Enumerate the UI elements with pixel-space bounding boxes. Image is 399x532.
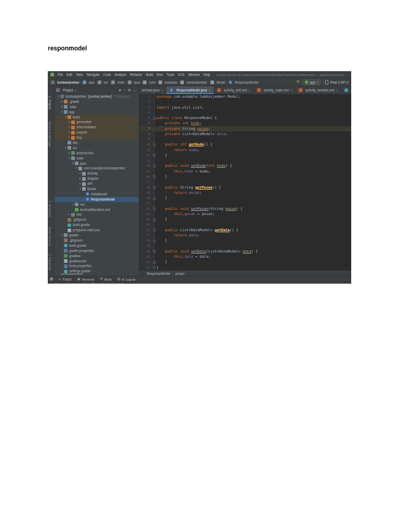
fold-marker-icon[interactable] xyxy=(152,163,156,168)
tree-arrow-open-icon[interactable]: ▾ xyxy=(64,115,68,120)
code-line-27[interactable]: 27 return data; xyxy=(139,233,351,238)
tree-row-gradle-properties[interactable]: gradle.properties xyxy=(55,248,139,254)
fold-marker-icon[interactable] xyxy=(152,265,156,270)
code-line-31[interactable]: 31 this.data = data; xyxy=(139,254,351,259)
tool-window-button-resource-manager[interactable]: Resource Manager xyxy=(48,121,51,148)
fold-marker-icon[interactable] xyxy=(152,238,156,243)
tool-window-button-7-structure[interactable]: 7: Structure xyxy=(48,201,51,217)
tree-row-res[interactable]: ▸res xyxy=(55,202,139,207)
tree-row-responsemodel[interactable]: ResponseModel xyxy=(55,197,139,202)
tree-row-activity[interactable]: ▸Activity xyxy=(55,171,139,176)
code-line-8[interactable]: 8 private List<DataModel> data; xyxy=(139,131,351,137)
code-line-19[interactable]: 19 return pesan; xyxy=(139,190,351,195)
breadcrumb-item[interactable]: java xyxy=(128,81,140,84)
menu-item-file[interactable]: File xyxy=(58,73,63,76)
breadcrumb-item[interactable]: app xyxy=(83,81,95,84)
tree-arrow-open-icon[interactable]: ▾ xyxy=(57,94,60,99)
tree-row-tmp[interactable]: ▸tmp xyxy=(55,135,139,140)
tree-arrow-closed-icon[interactable]: ▸ xyxy=(71,202,75,207)
tree-row--idea[interactable]: ▸.idea xyxy=(55,104,139,110)
code-line-25[interactable]: 25 xyxy=(139,222,351,227)
menu-item-vcs[interactable]: VCS xyxy=(178,73,184,76)
tool-window-button-2-favorites[interactable]: 2: Favorites xyxy=(48,254,51,271)
tree-row-model[interactable]: ▾Model xyxy=(55,187,139,192)
fold-marker-icon[interactable] xyxy=(152,228,156,233)
tree-arrow-open-icon[interactable]: ▾ xyxy=(68,156,71,161)
breadcrumb-item[interactable]: src xyxy=(98,81,108,84)
tree-arrow-closed-icon[interactable]: ▸ xyxy=(68,135,71,140)
fold-marker-icon[interactable] xyxy=(152,185,156,190)
breadcrumb-item[interactable]: tumbasjember xyxy=(51,81,79,84)
tab-close-icon[interactable]: × xyxy=(248,89,250,92)
breadcrumb-item[interactable]: main xyxy=(111,81,125,84)
code-line-7[interactable]: 7 private String pesan; xyxy=(139,126,351,131)
tree-arrow-open-icon[interactable]: ▾ xyxy=(60,110,64,115)
tree-row-gradlew-bat[interactable]: gradlew.bat xyxy=(55,259,139,264)
fold-marker-icon[interactable] xyxy=(152,195,156,201)
tree-row-tumbasjember[interactable]: ▾tumbasjember[tumbas jember]C:\Users\O xyxy=(55,94,139,99)
fold-marker-icon[interactable] xyxy=(152,153,156,158)
tree-row--gradle[interactable]: ▸.gradle xyxy=(55,99,139,104)
code-line-22[interactable]: 22 public void setPesan(String pesan) { xyxy=(139,206,351,211)
menu-item-build[interactable]: Build xyxy=(146,73,153,76)
tree-row-src[interactable]: ▾src xyxy=(55,145,139,151)
code-line-17[interactable]: 17 xyxy=(139,179,351,184)
code-line-14[interactable]: 14 public void setKode(int kode) { xyxy=(139,163,351,168)
breadcrumb-item[interactable]: Model xyxy=(210,81,225,84)
build-hammer-icon[interactable]: ⚒ xyxy=(296,80,300,84)
code-line-3[interactable]: 3import java.util.List; xyxy=(139,105,351,110)
fold-marker-icon[interactable] xyxy=(152,259,156,264)
locate-file-icon[interactable]: ⊕ xyxy=(118,88,122,92)
tab-close-icon[interactable]: × xyxy=(336,89,338,92)
settings-gear-icon[interactable]: ⚙ xyxy=(128,88,131,92)
breadcrumb-item[interactable]: example xyxy=(158,81,177,84)
tree-row-adapter[interactable]: ▸Adapter xyxy=(55,176,139,181)
breadcrumb-item[interactable]: com xyxy=(143,81,155,84)
tree-row-androidtest[interactable]: ▸androidTest xyxy=(55,151,139,156)
fold-marker-icon[interactable] xyxy=(152,206,156,211)
tree-arrow-open-icon[interactable]: ▾ xyxy=(75,166,78,171)
code-line-29[interactable]: 29 xyxy=(139,243,351,248)
tree-arrow-closed-icon[interactable]: ▸ xyxy=(60,104,64,110)
code-line-15[interactable]: 15 this.kode = kode; xyxy=(139,169,351,174)
tree-arrow-closed-icon[interactable]: ▸ xyxy=(68,212,71,217)
code-line-4[interactable]: 4 xyxy=(139,110,351,115)
menu-item-window[interactable]: Window xyxy=(188,73,200,76)
tree-row-intermediates[interactable]: ▸intermediates xyxy=(55,125,139,130)
tree-arrow-closed-icon[interactable]: ▸ xyxy=(78,171,82,176)
code-line-18[interactable]: 18 public String getPesan() { xyxy=(139,185,351,190)
tool-window-button-1-project[interactable]: 1: Project xyxy=(48,96,51,110)
tree-row-androidmanifest-xml[interactable]: AndroidManifest.xml xyxy=(55,207,139,212)
code-line-23[interactable]: 23 this.pesan = pesan; xyxy=(139,211,351,217)
tree-arrow-closed-icon[interactable]: ▸ xyxy=(78,181,82,187)
fold-marker-icon[interactable] xyxy=(152,174,156,179)
code-line-5[interactable]: 5public class ResponseModel { xyxy=(139,115,351,121)
code-line-30[interactable]: 30 public void setData(List<DataModel> d… xyxy=(139,249,351,254)
fold-marker-icon[interactable] xyxy=(152,115,156,121)
tree-row-build[interactable]: ▾build xyxy=(55,115,139,120)
project-panel-header[interactable]: Project ▾ ⊕÷⚙― xyxy=(55,86,139,94)
tree-row-datamodel[interactable]: DataModel xyxy=(55,192,139,197)
tree-row-test[interactable]: ▸test xyxy=(55,212,139,217)
tree-row-gradle[interactable]: ▸gradle xyxy=(55,233,139,238)
tool-window-button-todo[interactable]: ≡TODO xyxy=(59,277,72,281)
editor-breadcrumb-item[interactable]: pesan xyxy=(176,272,184,275)
tree-row-com-example-tumbasjember[interactable]: ▾com.example.tumbasjember xyxy=(55,166,139,171)
editor-tab-activity-main-xml[interactable]: activity_main.xml× xyxy=(254,86,296,94)
tree-row-build-gradle[interactable]: build.gradle xyxy=(55,243,139,248)
code-line-11[interactable]: 11 return kode; xyxy=(139,148,351,153)
run-configuration-select[interactable]: app ▾ xyxy=(302,79,321,85)
tree-row-generated[interactable]: ▸generated xyxy=(55,119,139,125)
tree-row-local-properties[interactable]: local.properties xyxy=(55,263,139,269)
code-line-12[interactable]: 12 } xyxy=(139,153,351,158)
tree-row-build-gradle[interactable]: build.gradle xyxy=(55,222,139,228)
tool-window-button-terminal[interactable]: ▣Terminal xyxy=(77,277,95,281)
menu-item-help[interactable]: Help xyxy=(203,73,210,76)
fold-marker-icon[interactable] xyxy=(152,217,156,222)
code-line-21[interactable]: 21 xyxy=(139,201,351,206)
collapse-all-icon[interactable]: ÷ xyxy=(124,88,126,92)
editor-tab-activity-edit-xml[interactable]: activity_edit.xml× xyxy=(214,86,254,94)
code-line-26[interactable]: 26 public List<DataModel> getData() { xyxy=(139,228,351,233)
editor-tab-terdata-java[interactable]: terData.java× xyxy=(139,86,166,94)
code-line-24[interactable]: 24 } xyxy=(139,217,351,222)
